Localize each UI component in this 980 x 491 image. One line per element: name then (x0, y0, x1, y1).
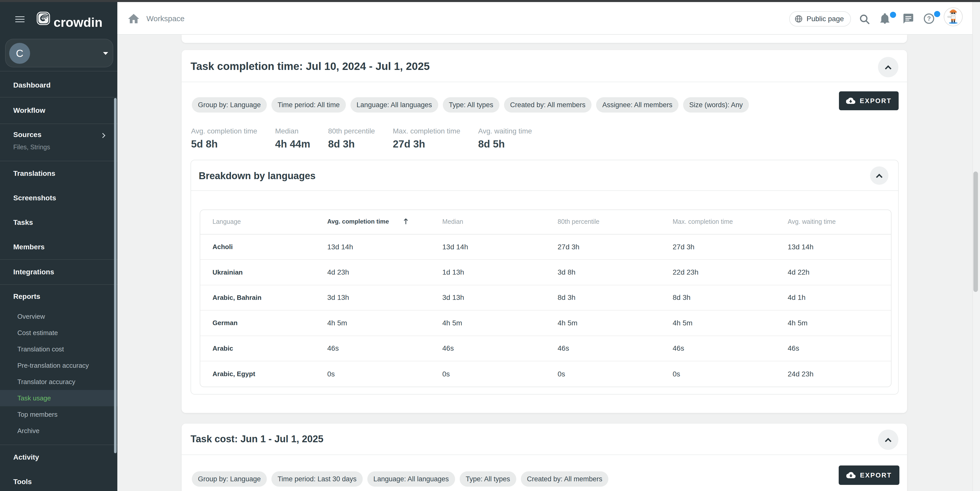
svg-text:crowdin: crowdin (54, 15, 102, 29)
svg-text:?: ? (927, 15, 931, 22)
